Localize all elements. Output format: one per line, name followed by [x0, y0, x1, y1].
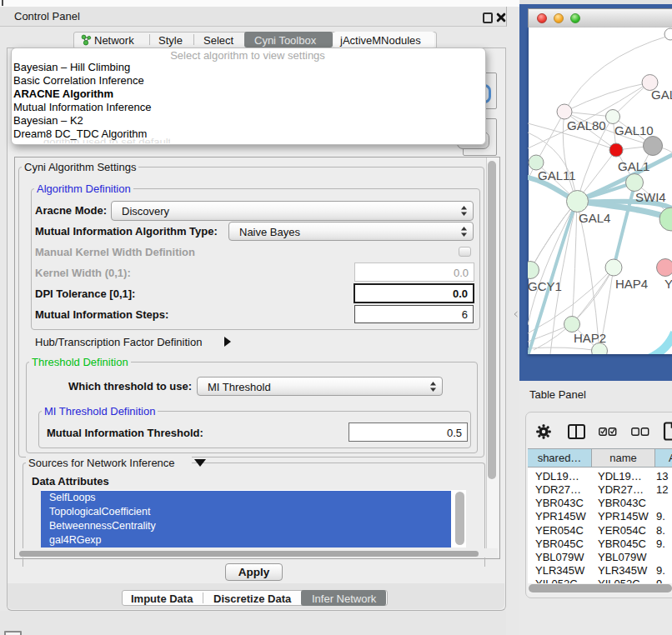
svg-text:GAL80: GAL80 [567, 118, 606, 132]
svg-text:HAP2: HAP2 [574, 331, 606, 345]
svg-text:GAL4: GAL4 [579, 211, 610, 225]
svg-text:Y: Y [664, 277, 672, 291]
svg-text:GCY1: GCY1 [528, 279, 562, 293]
svg-text:SWI4: SWI4 [635, 190, 666, 204]
svg-text:GAL11: GAL11 [538, 168, 576, 182]
svg-text:GAL10: GAL10 [614, 123, 654, 138]
svg-text:GAL: GAL [651, 88, 672, 102]
svg-text:HAP4: HAP4 [615, 277, 648, 291]
svg-text:GAL1: GAL1 [618, 159, 649, 173]
